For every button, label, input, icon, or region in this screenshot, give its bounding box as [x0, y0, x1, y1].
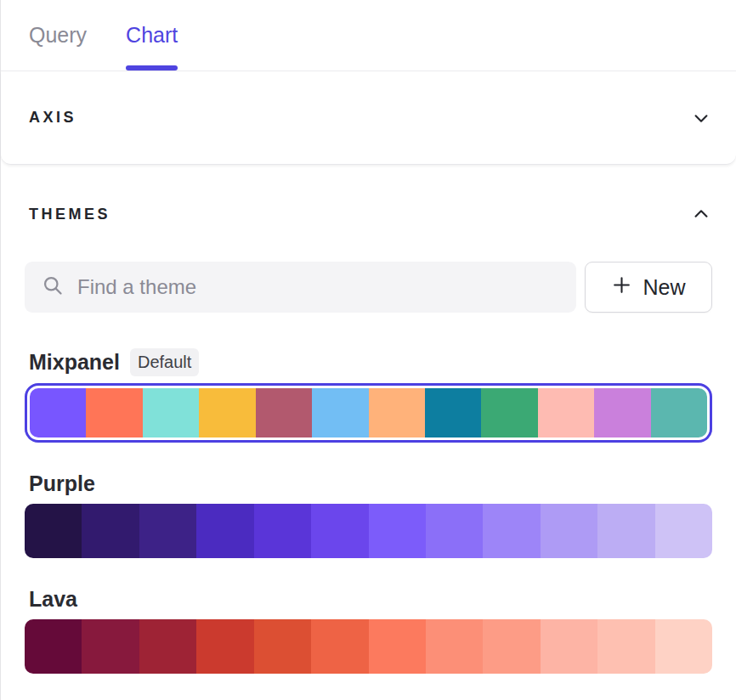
theme-search-box[interactable]: [25, 262, 576, 313]
color-swatch: [30, 388, 86, 438]
plus-icon: [611, 274, 632, 301]
theme-entry-mixpanel: Mixpanel Default: [25, 348, 712, 443]
new-theme-button-label: New: [643, 275, 685, 300]
new-theme-button[interactable]: New: [585, 262, 712, 313]
theme-default-badge: Default: [130, 348, 199, 376]
color-swatch: [311, 504, 368, 558]
search-icon: [42, 274, 65, 301]
color-swatch: [25, 504, 82, 558]
color-swatch: [538, 388, 594, 438]
color-swatch: [481, 388, 537, 438]
search-input[interactable]: [77, 275, 561, 299]
color-swatch: [369, 619, 426, 674]
theme-name: Lava: [29, 587, 77, 612]
color-swatch: [86, 388, 142, 438]
color-swatch: [196, 504, 253, 558]
theme-name: Purple: [29, 471, 95, 496]
color-swatch: [369, 388, 425, 438]
color-swatch: [254, 504, 311, 558]
axis-section-header[interactable]: AXIS: [1, 71, 736, 165]
theme-swatches-purple[interactable]: [25, 504, 712, 558]
chevron-down-icon[interactable]: [692, 109, 711, 127]
theme-search-row: New: [25, 262, 712, 313]
color-swatch: [483, 504, 540, 558]
theme-swatches-lava[interactable]: [25, 619, 712, 674]
color-swatch: [369, 504, 426, 558]
color-swatch: [311, 619, 368, 674]
tab-chart[interactable]: Chart: [126, 0, 178, 71]
theme-name: Mixpanel: [29, 350, 120, 375]
theme-entry-lava: Lava: [25, 587, 712, 674]
color-swatch: [139, 504, 196, 558]
axis-section-title: AXIS: [29, 109, 76, 127]
theme-label: Purple: [29, 471, 712, 496]
color-swatch: [196, 619, 253, 674]
color-swatch: [597, 619, 654, 674]
theme-label: Mixpanel Default: [29, 348, 712, 376]
color-swatch: [483, 619, 540, 674]
color-swatch: [143, 388, 199, 438]
themes-section: THEMES New Mixpanel Default: [1, 168, 736, 700]
themes-section-title: THEMES: [29, 206, 110, 223]
chevron-up-icon[interactable]: [692, 205, 711, 223]
color-swatch: [655, 504, 712, 558]
themes-list: Mixpanel Default Purple Lava Mint: [25, 348, 712, 700]
tab-query[interactable]: Query: [29, 0, 87, 71]
color-swatch: [254, 619, 311, 674]
color-swatch: [651, 388, 707, 438]
color-swatch: [139, 619, 196, 674]
theme-entry-purple: Purple: [25, 471, 712, 558]
color-swatch: [82, 619, 139, 674]
color-swatch: [256, 388, 312, 438]
color-swatch: [82, 504, 139, 558]
color-swatch: [594, 388, 650, 438]
color-swatch: [597, 504, 654, 558]
theme-swatches-mixpanel[interactable]: [30, 388, 707, 438]
color-swatch: [655, 619, 712, 674]
color-swatch: [426, 619, 483, 674]
color-swatch: [541, 619, 597, 674]
color-swatch: [25, 619, 82, 674]
color-swatch: [426, 504, 483, 558]
themes-section-header[interactable]: THEMES: [25, 168, 712, 260]
selected-theme-ring[interactable]: [25, 383, 712, 443]
chart-settings-panel: Query Chart AXIS THEMES: [0, 0, 736, 700]
color-swatch: [425, 388, 481, 438]
theme-label: Lava: [29, 587, 712, 612]
color-swatch: [312, 388, 368, 438]
tabbar: Query Chart: [1, 0, 736, 71]
color-swatch: [199, 388, 255, 438]
color-swatch: [541, 504, 597, 558]
